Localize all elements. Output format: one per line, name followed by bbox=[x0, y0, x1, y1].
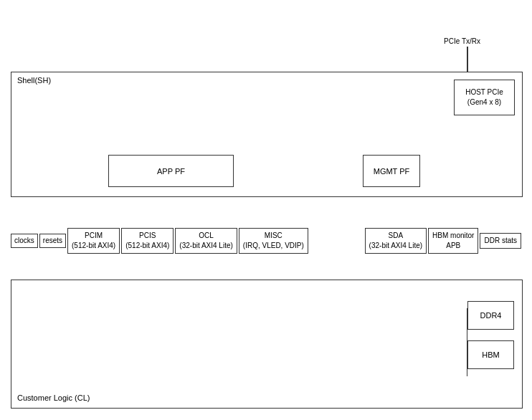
ddr-stats-line1: DDR stats bbox=[484, 236, 517, 246]
iface-clocks: clocks bbox=[11, 234, 38, 248]
app-pf-box: APP PF bbox=[108, 155, 234, 187]
ocl-line2: (32-bit AXI4 Lite) bbox=[179, 241, 232, 251]
cl-label: Customer Logic (CL) bbox=[17, 393, 90, 402]
clocks-label: clocks bbox=[14, 236, 34, 246]
hbm-monitor-line1: HBM monitor bbox=[432, 231, 474, 241]
hbm-box: HBM bbox=[467, 340, 514, 369]
host-pcie-box: HOST PCIe (Gen4 x 8) bbox=[454, 80, 515, 115]
pcie-txrx-label: PCIe Tx/Rx bbox=[444, 37, 480, 45]
ddr4-label: DDR4 bbox=[480, 311, 502, 320]
mgmt-pf-box: MGMT PF bbox=[363, 155, 420, 187]
iface-misc: MISC (IRQ, VLED, VDIP) bbox=[239, 228, 308, 254]
pcim-line2: (512-bit AXI4) bbox=[72, 241, 115, 251]
iface-sda: SDA (32-bit AXI4 Lite) bbox=[365, 228, 427, 254]
host-pcie-line2: (Gen4 x 8) bbox=[465, 97, 503, 108]
sda-line1: SDA bbox=[369, 231, 422, 241]
host-pcie-line1: HOST PCIe bbox=[465, 87, 503, 97]
misc-line1: MISC bbox=[243, 231, 304, 241]
iface-pcis: PCIS (512-bit AXI4) bbox=[121, 228, 174, 254]
iface-resets: resets bbox=[39, 234, 66, 248]
pcis-line2: (512-bit AXI4) bbox=[125, 241, 169, 251]
shell-label: Shell(SH) bbox=[17, 76, 51, 85]
hbm-label: HBM bbox=[482, 350, 499, 359]
mgmt-pf-label: MGMT PF bbox=[374, 167, 410, 176]
diagram-container: PCIe Tx/Rx Shell(SH) HOST PCIe (Gen4 x 8… bbox=[0, 0, 532, 420]
app-pf-label: APP PF bbox=[157, 167, 185, 176]
pcie-arrow-line bbox=[467, 47, 468, 72]
pcim-line1: PCIM bbox=[72, 231, 115, 241]
iface-ocl: OCL (32-bit AXI4 Lite) bbox=[175, 228, 237, 254]
pcis-line1: PCIS bbox=[125, 231, 169, 241]
sda-line2: (32-bit AXI4 Lite) bbox=[369, 241, 422, 251]
cl-box: Customer Logic (CL) bbox=[11, 280, 523, 409]
interface-row: clocks resets PCIM (512-bit AXI4) PCIS (… bbox=[11, 228, 521, 254]
iface-hbm-monitor: HBM monitor APB bbox=[428, 228, 478, 254]
shell-box: Shell(SH) HOST PCIe (Gen4 x 8) APP PF MG… bbox=[11, 72, 523, 197]
ocl-line1: OCL bbox=[179, 231, 232, 241]
hbm-monitor-line2: APB bbox=[432, 241, 474, 251]
ddr4-box: DDR4 bbox=[467, 301, 514, 330]
iface-ddr-stats: DDR stats bbox=[480, 233, 521, 249]
iface-pcim: PCIM (512-bit AXI4) bbox=[67, 228, 120, 254]
resets-label: resets bbox=[43, 236, 62, 246]
misc-line2: (IRQ, VLED, VDIP) bbox=[243, 241, 304, 251]
